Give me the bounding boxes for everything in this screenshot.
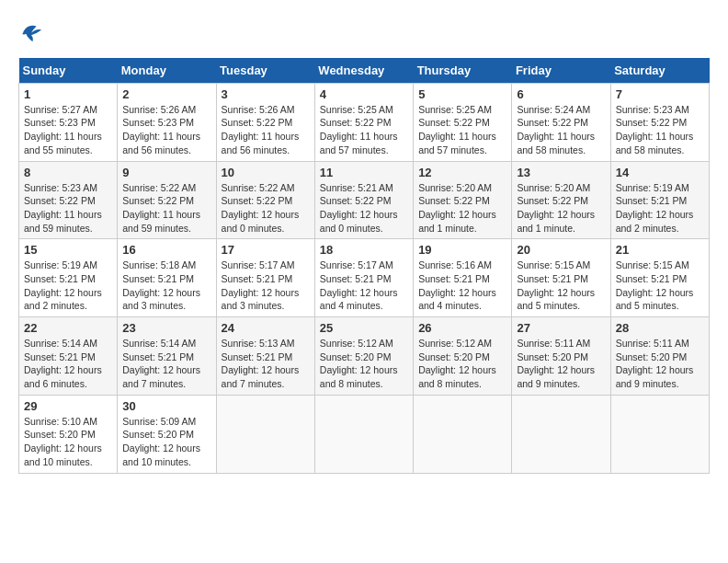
week-row-4: 22Sunrise: 5:14 AMSunset: 5:21 PMDayligh… — [19, 317, 710, 396]
day-number: 30 — [122, 399, 210, 413]
day-number: 24 — [222, 321, 310, 335]
day-info: Sunrise: 5:22 AMSunset: 5:22 PMDaylight:… — [122, 181, 210, 236]
day-info: Sunrise: 5:23 AMSunset: 5:22 PMDaylight:… — [616, 103, 704, 157]
day-number: 28 — [616, 321, 704, 335]
day-info: Sunrise: 5:26 AMSunset: 5:23 PMDaylight:… — [122, 103, 210, 157]
week-row-5: 29Sunrise: 5:10 AMSunset: 5:20 PMDayligh… — [19, 395, 710, 473]
week-row-1: 1Sunrise: 5:27 AMSunset: 5:23 PMDaylight… — [19, 83, 710, 161]
week-row-2: 8Sunrise: 5:23 AMSunset: 5:22 PMDaylight… — [19, 161, 710, 239]
logo — [18, 18, 44, 49]
day-info: Sunrise: 5:17 AMSunset: 5:21 PMDaylight:… — [222, 259, 310, 313]
weekday-header-thursday: Thursday — [414, 58, 512, 84]
day-info: Sunrise: 5:19 AMSunset: 5:21 PMDaylight:… — [616, 181, 704, 236]
calendar-cell: 1Sunrise: 5:27 AMSunset: 5:23 PMDaylight… — [19, 83, 118, 161]
day-number: 4 — [320, 87, 408, 101]
calendar-cell: 7Sunrise: 5:23 AMSunset: 5:22 PMDaylight… — [610, 83, 709, 161]
day-info: Sunrise: 5:12 AMSunset: 5:20 PMDaylight:… — [320, 337, 408, 391]
calendar-cell — [414, 395, 512, 473]
day-number: 2 — [122, 87, 210, 101]
day-number: 6 — [517, 87, 605, 101]
day-number: 23 — [122, 321, 210, 335]
day-number: 12 — [418, 166, 506, 179]
calendar-cell: 5Sunrise: 5:25 AMSunset: 5:22 PMDaylight… — [414, 83, 512, 161]
weekday-header-row: SundayMondayTuesdayWednesdayThursdayFrid… — [19, 58, 710, 84]
calendar-cell: 22Sunrise: 5:14 AMSunset: 5:21 PMDayligh… — [19, 317, 118, 396]
day-number: 13 — [517, 166, 605, 179]
day-info: Sunrise: 5:24 AMSunset: 5:22 PMDaylight:… — [517, 103, 605, 157]
calendar-cell: 6Sunrise: 5:24 AMSunset: 5:22 PMDaylight… — [512, 83, 610, 161]
weekday-header-friday: Friday — [512, 58, 610, 84]
calendar-cell: 2Sunrise: 5:26 AMSunset: 5:23 PMDaylight… — [118, 83, 216, 161]
day-info: Sunrise: 5:13 AMSunset: 5:21 PMDaylight:… — [222, 337, 310, 391]
day-number: 1 — [24, 87, 112, 101]
day-number: 29 — [24, 399, 112, 413]
week-row-3: 15Sunrise: 5:19 AMSunset: 5:21 PMDayligh… — [19, 239, 710, 317]
calendar-cell — [216, 395, 314, 473]
day-number: 21 — [616, 243, 704, 257]
day-number: 27 — [517, 321, 605, 335]
calendar-cell: 23Sunrise: 5:14 AMSunset: 5:21 PMDayligh… — [118, 317, 216, 396]
calendar-body: 1Sunrise: 5:27 AMSunset: 5:23 PMDaylight… — [19, 83, 710, 473]
day-info: Sunrise: 5:26 AMSunset: 5:22 PMDaylight:… — [222, 103, 310, 157]
day-number: 10 — [222, 166, 310, 179]
weekday-header-sunday: Sunday — [19, 58, 118, 84]
day-info: Sunrise: 5:15 AMSunset: 5:21 PMDaylight:… — [517, 259, 605, 313]
calendar-cell: 14Sunrise: 5:19 AMSunset: 5:21 PMDayligh… — [610, 161, 709, 239]
day-info: Sunrise: 5:14 AMSunset: 5:21 PMDaylight:… — [122, 337, 210, 391]
calendar-cell: 8Sunrise: 5:23 AMSunset: 5:22 PMDaylight… — [19, 161, 118, 239]
calendar-cell: 21Sunrise: 5:15 AMSunset: 5:21 PMDayligh… — [610, 239, 709, 317]
day-number: 19 — [418, 243, 506, 257]
calendar-table: SundayMondayTuesdayWednesdayThursdayFrid… — [18, 58, 710, 474]
calendar-cell: 3Sunrise: 5:26 AMSunset: 5:22 PMDaylight… — [216, 83, 314, 161]
day-info: Sunrise: 5:11 AMSunset: 5:20 PMDaylight:… — [616, 337, 704, 391]
weekday-header-monday: Monday — [118, 58, 216, 84]
day-info: Sunrise: 5:15 AMSunset: 5:21 PMDaylight:… — [616, 259, 704, 313]
calendar-cell: 26Sunrise: 5:12 AMSunset: 5:20 PMDayligh… — [414, 317, 512, 396]
day-number: 8 — [24, 166, 112, 179]
day-info: Sunrise: 5:23 AMSunset: 5:22 PMDaylight:… — [24, 181, 112, 236]
calendar-cell: 25Sunrise: 5:12 AMSunset: 5:20 PMDayligh… — [314, 317, 413, 396]
calendar-cell: 27Sunrise: 5:11 AMSunset: 5:20 PMDayligh… — [512, 317, 610, 396]
calendar-cell: 15Sunrise: 5:19 AMSunset: 5:21 PMDayligh… — [19, 239, 118, 317]
weekday-header-saturday: Saturday — [610, 58, 709, 84]
day-info: Sunrise: 5:09 AMSunset: 5:20 PMDaylight:… — [122, 415, 210, 469]
day-number: 18 — [320, 243, 408, 257]
day-info: Sunrise: 5:11 AMSunset: 5:20 PMDaylight:… — [517, 337, 605, 391]
day-info: Sunrise: 5:20 AMSunset: 5:22 PMDaylight:… — [418, 181, 506, 236]
calendar-cell: 18Sunrise: 5:17 AMSunset: 5:21 PMDayligh… — [314, 239, 413, 317]
calendar-cell: 24Sunrise: 5:13 AMSunset: 5:21 PMDayligh… — [216, 317, 314, 396]
calendar-cell: 13Sunrise: 5:20 AMSunset: 5:22 PMDayligh… — [512, 161, 610, 239]
day-number: 20 — [517, 243, 605, 257]
day-number: 5 — [418, 87, 506, 101]
day-info: Sunrise: 5:10 AMSunset: 5:20 PMDaylight:… — [24, 415, 112, 469]
calendar-cell: 12Sunrise: 5:20 AMSunset: 5:22 PMDayligh… — [414, 161, 512, 239]
day-info: Sunrise: 5:12 AMSunset: 5:20 PMDaylight:… — [418, 337, 506, 391]
calendar-cell: 10Sunrise: 5:22 AMSunset: 5:22 PMDayligh… — [216, 161, 314, 239]
day-number: 15 — [24, 243, 112, 257]
weekday-header-wednesday: Wednesday — [314, 58, 413, 84]
calendar-cell — [610, 395, 709, 473]
weekday-header-tuesday: Tuesday — [216, 58, 314, 84]
day-number: 22 — [24, 321, 112, 335]
day-info: Sunrise: 5:19 AMSunset: 5:21 PMDaylight:… — [24, 259, 112, 313]
day-info: Sunrise: 5:21 AMSunset: 5:22 PMDaylight:… — [320, 181, 408, 236]
day-info: Sunrise: 5:17 AMSunset: 5:21 PMDaylight:… — [320, 259, 408, 313]
calendar-cell — [314, 395, 413, 473]
calendar-cell: 4Sunrise: 5:25 AMSunset: 5:22 PMDaylight… — [314, 83, 413, 161]
calendar-cell: 16Sunrise: 5:18 AMSunset: 5:21 PMDayligh… — [118, 239, 216, 317]
day-number: 17 — [222, 243, 310, 257]
calendar-cell: 20Sunrise: 5:15 AMSunset: 5:21 PMDayligh… — [512, 239, 610, 317]
day-number: 11 — [320, 166, 408, 179]
day-info: Sunrise: 5:27 AMSunset: 5:23 PMDaylight:… — [24, 103, 112, 157]
day-info: Sunrise: 5:18 AMSunset: 5:21 PMDaylight:… — [122, 259, 210, 313]
day-info: Sunrise: 5:25 AMSunset: 5:22 PMDaylight:… — [418, 103, 506, 157]
calendar-cell: 11Sunrise: 5:21 AMSunset: 5:22 PMDayligh… — [314, 161, 413, 239]
day-number: 3 — [222, 87, 310, 101]
day-number: 9 — [122, 166, 210, 179]
day-info: Sunrise: 5:25 AMSunset: 5:22 PMDaylight:… — [320, 103, 408, 157]
calendar-cell: 19Sunrise: 5:16 AMSunset: 5:21 PMDayligh… — [414, 239, 512, 317]
day-info: Sunrise: 5:14 AMSunset: 5:21 PMDaylight:… — [24, 337, 112, 391]
calendar-cell: 28Sunrise: 5:11 AMSunset: 5:20 PMDayligh… — [610, 317, 709, 396]
day-number: 7 — [616, 87, 704, 101]
day-number: 14 — [616, 166, 704, 179]
